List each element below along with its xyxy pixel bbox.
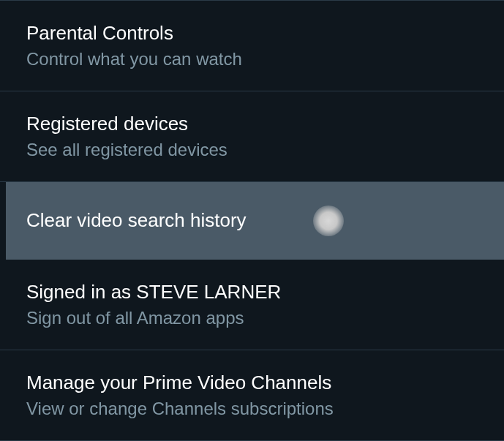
item-title: Clear video search history [26, 208, 247, 233]
item-title: Registered devices [26, 112, 478, 137]
item-subtitle: View or change Channels subscriptions [26, 397, 478, 420]
settings-item-registered-devices[interactable]: Registered devices See all registered de… [0, 91, 504, 182]
touch-ripple-icon [313, 206, 344, 236]
item-title: Parental Controls [26, 21, 478, 46]
settings-item-signed-in[interactable]: Signed in as STEVE LARNER Sign out of al… [0, 260, 504, 350]
item-subtitle: See all registered devices [26, 138, 478, 161]
item-title: Manage your Prime Video Channels [26, 371, 478, 396]
settings-item-prime-channels[interactable]: Manage your Prime Video Channels View or… [0, 350, 504, 441]
settings-item-parental-controls[interactable]: Parental Controls Control what you can w… [0, 0, 504, 91]
settings-list: Parental Controls Control what you can w… [0, 0, 504, 441]
item-subtitle: Sign out of all Amazon apps [26, 306, 478, 329]
settings-item-clear-history[interactable]: Clear video search history [6, 182, 504, 260]
item-subtitle: Control what you can watch [26, 48, 478, 70]
item-title: Signed in as STEVE LARNER [26, 280, 478, 305]
